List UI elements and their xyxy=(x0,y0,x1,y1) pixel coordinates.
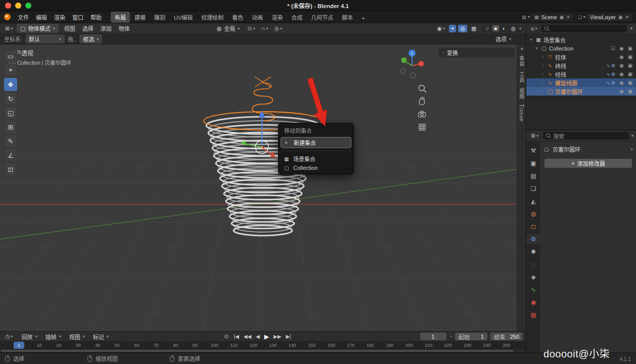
eye-icon[interactable]: ◉ xyxy=(618,88,625,94)
transport-button[interactable]: ◀ xyxy=(256,334,260,339)
cursor-tool[interactable]: ⌖ xyxy=(4,64,17,77)
blender-logo-icon[interactable] xyxy=(4,14,11,20)
timeline-menu-item[interactable]: 回放 ▾ xyxy=(18,332,41,341)
properties-tab[interactable]: ◌ xyxy=(526,259,540,269)
outliner-editor-button[interactable]: ≡ ▾ xyxy=(529,25,539,32)
workspace-tab[interactable]: + xyxy=(357,14,369,23)
options-dropdown[interactable]: 选项 ▾ xyxy=(492,34,515,43)
scale-tool[interactable]: ◱ xyxy=(4,106,17,119)
transform-panel-header[interactable]: › 变换 xyxy=(439,48,515,58)
gizmo-toggle-button[interactable]: ⌖ xyxy=(449,25,456,32)
rotate-tool[interactable]: ↻ xyxy=(4,92,17,105)
chevron-down-icon[interactable]: ▾ xyxy=(519,26,521,31)
copy-icon[interactable]: ▣ xyxy=(618,15,623,20)
chevron-down-icon[interactable]: ▾ xyxy=(528,15,530,19)
camera-icon[interactable]: ▣ xyxy=(627,46,633,51)
mode-dropdown[interactable]: ▢ 物体模式 ▾ xyxy=(17,24,58,33)
viewlayer-icon[interactable]: ❏ xyxy=(578,15,582,20)
checkbox-icon[interactable]: ☑ xyxy=(610,46,616,51)
workspace-tab[interactable]: UV编辑 xyxy=(170,12,197,23)
properties-tab[interactable]: ◉ xyxy=(526,297,540,307)
workspace-tab[interactable]: 雕刻 xyxy=(150,12,169,23)
topbar-menu-item[interactable]: 窗口 xyxy=(69,12,87,22)
traffic-light[interactable] xyxy=(5,3,11,9)
orientation-dropdown[interactable]: ◍ 全局 ▾ xyxy=(213,24,244,33)
properties-tab[interactable]: ⚙ xyxy=(526,234,540,244)
transport-button[interactable]: ▶| xyxy=(286,334,291,339)
chevron-right-icon[interactable]: › xyxy=(540,55,545,59)
shading-wireframe-button[interactable]: ○ xyxy=(484,25,490,31)
properties-tab[interactable]: ∿ xyxy=(526,285,540,295)
collection-row[interactable]: ▾ ▢ Collection ☑ ◉ ▣ xyxy=(526,44,636,53)
topbar-menu-item[interactable]: 渲染 xyxy=(51,12,69,22)
workspace-tab[interactable]: 渲染 xyxy=(267,12,287,23)
transport-button[interactable]: ◀◀ xyxy=(244,334,251,339)
proportional-edit-button[interactable]: ◎ ▾ xyxy=(272,25,284,32)
shading-solid-button[interactable]: ● xyxy=(492,25,499,31)
chevron-right-icon[interactable]: › xyxy=(540,72,545,76)
eye-icon[interactable]: ◉ xyxy=(618,54,625,60)
chevron-right-icon[interactable]: › xyxy=(540,80,545,85)
close-icon[interactable]: ✕ xyxy=(625,15,629,20)
navigation-gizmo[interactable]: Z xyxy=(400,50,424,78)
properties-tab[interactable]: ◭ xyxy=(526,196,540,206)
object-row[interactable]: › ◯ 贝塞尔圆环 ◉ ▣ xyxy=(526,87,636,96)
chevron-down-icon[interactable]: ▾ xyxy=(583,15,585,19)
workspace-tab[interactable]: 动画 xyxy=(248,12,267,23)
object-row[interactable]: › ∿ 螺旋线圈 ∿⚙ ◉ ▣ xyxy=(526,78,636,87)
close-icon[interactable]: ✕ xyxy=(566,15,570,20)
object-row[interactable]: › ▽ 柱体 ◉ ▣ xyxy=(526,53,636,61)
timeline-editor-button[interactable]: ◷ ▾ xyxy=(3,333,15,340)
shading-material-button[interactable]: ◐ xyxy=(501,25,508,31)
pan-hand-icon[interactable] xyxy=(420,97,425,105)
properties-tab[interactable]: ✱ xyxy=(526,247,540,257)
annotate-tool[interactable]: ✎ xyxy=(4,134,17,148)
topbar-menu-item[interactable]: 帮助 xyxy=(87,12,105,22)
auto-key-button[interactable]: ⊙ xyxy=(222,333,231,340)
pin-icon[interactable]: ⌖ xyxy=(630,147,633,152)
properties-tab[interactable]: ◈ xyxy=(526,272,540,282)
properties-tab[interactable]: ⚒ xyxy=(526,146,540,156)
outliner-search-input[interactable] xyxy=(541,25,627,32)
camera-view-icon[interactable] xyxy=(419,111,426,117)
select-box-tool[interactable]: ▭ xyxy=(4,50,17,63)
viewport-menu-item[interactable]: 视图 xyxy=(61,23,79,33)
frame-start-field[interactable]: 起始 1 xyxy=(455,333,487,340)
chevron-right-icon[interactable]: › xyxy=(540,63,545,68)
chevron-right-icon[interactable]: › xyxy=(540,89,545,94)
collapse-sidebar-icon[interactable]: ◂ xyxy=(520,46,523,51)
workspace-tab[interactable]: 着色 xyxy=(228,12,247,23)
chevron-down-icon[interactable]: ▾ xyxy=(534,46,539,51)
timeline-menu-item[interactable]: 插帧 ▾ xyxy=(42,332,65,341)
zoom-icon[interactable] xyxy=(419,85,427,93)
transport-button[interactable]: ▶▶ xyxy=(274,334,281,339)
eye-icon[interactable]: ◉ xyxy=(618,46,625,51)
camera-icon[interactable]: ▣ xyxy=(627,54,633,60)
topbar-menu-item[interactable]: 编辑 xyxy=(32,12,51,22)
menu-item[interactable]: ▦ 场景集合 xyxy=(280,154,352,164)
sidebar-tab[interactable]: 工具 xyxy=(518,72,525,83)
object-visibility-button[interactable]: ◉ ▾ xyxy=(435,25,447,32)
object-row[interactable]: › ∿ 纬线 ∿⚙ ◉ ▣ xyxy=(526,61,636,70)
timeline-menu-item[interactable]: 标记 ▾ xyxy=(89,332,112,341)
viewport-menu-item[interactable]: 物体 xyxy=(115,23,133,33)
workspace-tab[interactable]: 几何节点 xyxy=(307,12,337,23)
shading-rendered-button[interactable]: ◍ xyxy=(509,25,517,32)
object-row[interactable]: › ∿ 经线 ∿⚙ ◉ ▣ xyxy=(526,70,636,78)
overlays-toggle-button[interactable]: ◎ xyxy=(458,25,467,32)
sidebar-tab[interactable]: 视图 xyxy=(518,88,525,99)
frame-ruler[interactable]: 1 11020304050607080901001101201301401501… xyxy=(0,341,526,349)
traffic-light[interactable] xyxy=(15,3,21,9)
viewport-menu-item[interactable]: 添加 xyxy=(97,23,115,33)
drag-dropdown[interactable]: 框选 ▾ xyxy=(79,34,102,43)
viewport-3d-scene[interactable]: Z xyxy=(0,44,517,331)
scrollbar-handle[interactable] xyxy=(1,350,514,352)
measure-tool[interactable]: ∠ xyxy=(4,149,17,162)
camera-icon[interactable]: ▣ xyxy=(627,63,633,68)
traffic-light[interactable] xyxy=(25,3,31,9)
xray-toggle-button[interactable]: ▦ xyxy=(469,25,478,32)
workspace-tab[interactable]: 合成 xyxy=(287,12,306,23)
workspace-tab[interactable]: 布局 xyxy=(111,12,130,23)
properties-tab[interactable]: ◻ xyxy=(526,221,540,232)
pivot-button[interactable]: ⊙ ▾ xyxy=(245,25,257,32)
